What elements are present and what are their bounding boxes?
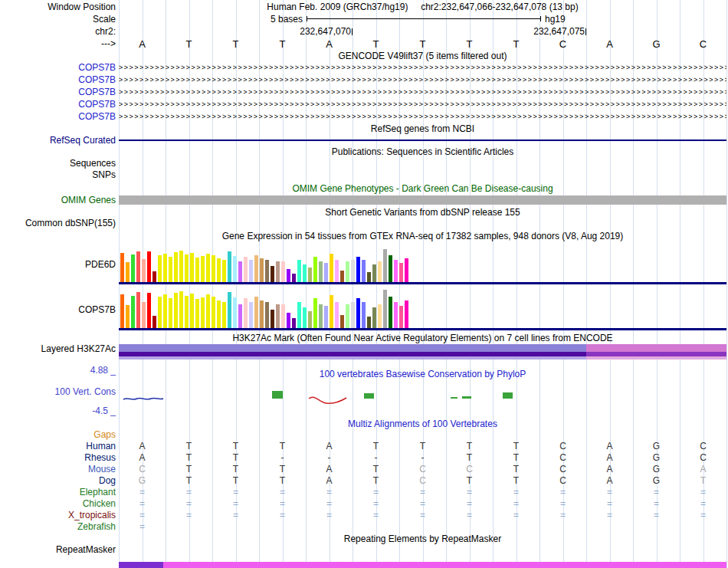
gtex-bar[interactable]: [169, 298, 172, 328]
gtex-bar[interactable]: [249, 260, 253, 282]
gencode-item-label[interactable]: COPS7B: [0, 112, 116, 122]
gtex-bar[interactable]: [131, 296, 135, 328]
gtex-bar[interactable]: [201, 256, 205, 282]
gtex-bar[interactable]: [324, 306, 328, 328]
multiz-species-label[interactable]: Gaps: [0, 430, 116, 440]
gtex-bar[interactable]: [265, 260, 269, 282]
gtex-bar[interactable]: [292, 318, 296, 328]
gtex-bar[interactable]: [292, 274, 296, 282]
gtex-bar[interactable]: [158, 255, 162, 282]
gtex-bar[interactable]: [217, 300, 221, 328]
multiz-species-label[interactable]: Mouse: [0, 465, 116, 474]
omim-genes-label[interactable]: OMIM Genes: [0, 195, 116, 205]
gtex-bar[interactable]: [195, 258, 199, 282]
gtex-bar[interactable]: [362, 302, 366, 328]
repeat-element-bar[interactable]: [119, 562, 163, 568]
gtex-bar[interactable]: [228, 292, 231, 328]
gtex-bar[interactable]: [131, 254, 135, 282]
gtex-bar[interactable]: [308, 268, 312, 282]
gtex-bar[interactable]: [174, 293, 178, 328]
gtex-bar[interactable]: [222, 260, 226, 282]
gtex-bar[interactable]: [238, 261, 242, 282]
gtex-bar[interactable]: [367, 317, 371, 328]
gtex-bar[interactable]: [313, 298, 317, 328]
gtex-bar[interactable]: [179, 251, 183, 282]
gtex-bar[interactable]: [383, 249, 387, 282]
gtex-bar[interactable]: [190, 294, 194, 328]
gtex-bar[interactable]: [405, 300, 408, 328]
dbsnp-label[interactable]: Common dbSNP(155): [0, 218, 116, 228]
gtex-bar[interactable]: [281, 304, 285, 328]
gtex-bar[interactable]: [120, 253, 124, 282]
gencode-item-label[interactable]: COPS7B: [0, 100, 116, 110]
gtex-bar[interactable]: [356, 257, 360, 282]
gtex-bar[interactable]: [330, 254, 333, 282]
refseq-gene-line[interactable]: [119, 140, 726, 141]
gtex-bar[interactable]: [244, 257, 248, 282]
gtex-bar[interactable]: [126, 305, 130, 328]
conservation-label[interactable]: 100 Vert. Cons: [0, 387, 116, 397]
gtex-bar[interactable]: [244, 298, 248, 328]
gtex-bar[interactable]: [147, 251, 151, 282]
gtex-bar[interactable]: [356, 298, 360, 328]
gtex-bar[interactable]: [163, 294, 167, 328]
gtex-gene-label-cops7b[interactable]: COPS7B: [0, 305, 116, 315]
gtex-bar[interactable]: [362, 260, 366, 282]
gtex-bar[interactable]: [206, 294, 210, 328]
gtex-bar[interactable]: [228, 251, 231, 282]
gtex-bar[interactable]: [271, 266, 274, 282]
gtex-bar[interactable]: [297, 302, 301, 328]
gtex-bar[interactable]: [303, 264, 307, 282]
gtex-bar[interactable]: [319, 261, 323, 282]
repeat-element-bar[interactable]: [163, 562, 726, 568]
gtex-bar[interactable]: [399, 306, 403, 328]
gtex-bar[interactable]: [179, 291, 183, 328]
gtex-bar[interactable]: [319, 304, 323, 328]
gencode-item-label[interactable]: COPS7B: [0, 75, 116, 85]
gtex-bar[interactable]: [389, 255, 392, 282]
gtex-bar[interactable]: [185, 254, 189, 282]
gtex-bar[interactable]: [260, 258, 264, 282]
gtex-bar[interactable]: [152, 271, 156, 282]
gtex-bar[interactable]: [351, 302, 355, 328]
gtex-bar[interactable]: [335, 260, 339, 282]
gtex-bar[interactable]: [372, 307, 376, 328]
gencode-item-label[interactable]: COPS7B: [0, 87, 116, 97]
gtex-bar[interactable]: [399, 263, 403, 282]
gtex-bar[interactable]: [212, 297, 215, 328]
gencode-transcript-arrows[interactable]: >>>>>>>>>>>>>>>>>>>>>>>>>>>>>>>>>>>>>>>>…: [119, 112, 726, 122]
refseq-curated-label[interactable]: RefSeq Curated: [0, 136, 116, 146]
gtex-bar[interactable]: [383, 290, 387, 328]
gtex-bar[interactable]: [136, 251, 140, 282]
multiz-species-label[interactable]: Human: [0, 442, 116, 451]
gtex-bar[interactable]: [190, 253, 194, 282]
gtex-bar[interactable]: [147, 293, 151, 328]
gtex-bar[interactable]: [287, 313, 290, 328]
gtex-bar[interactable]: [346, 304, 349, 328]
gencode-item-label[interactable]: COPS7B: [0, 63, 116, 73]
gtex-bar[interactable]: [142, 302, 146, 328]
gtex-bar[interactable]: [335, 302, 339, 328]
gtex-bar[interactable]: [201, 297, 205, 328]
gtex-bar[interactable]: [254, 297, 258, 328]
gtex-bar[interactable]: [378, 304, 382, 328]
multiz-species-label[interactable]: X_tropicalis: [0, 511, 116, 520]
gtex-bar[interactable]: [287, 269, 290, 282]
gtex-bar[interactable]: [136, 292, 140, 328]
gtex-gene-label-pde6d[interactable]: PDE6D: [0, 260, 116, 270]
gtex-bar[interactable]: [372, 264, 376, 282]
h3k27ac-signal[interactable]: [119, 343, 726, 360]
gtex-bar[interactable]: [120, 294, 124, 328]
gtex-bar[interactable]: [249, 302, 253, 328]
gtex-bar[interactable]: [340, 315, 344, 328]
gtex-bar[interactable]: [313, 257, 317, 282]
gencode-transcript-arrows[interactable]: >>>>>>>>>>>>>>>>>>>>>>>>>>>>>>>>>>>>>>>>…: [119, 87, 726, 97]
gtex-bar[interactable]: [233, 297, 237, 328]
gtex-bar[interactable]: [389, 297, 392, 328]
gtex-bar[interactable]: [158, 297, 162, 328]
gtex-bar[interactable]: [324, 263, 328, 282]
gtex-bar[interactable]: [281, 261, 285, 282]
gtex-bar[interactable]: [212, 255, 215, 282]
gtex-gene-model-cops7b[interactable]: [119, 328, 726, 330]
gtex-bar[interactable]: [330, 295, 333, 328]
